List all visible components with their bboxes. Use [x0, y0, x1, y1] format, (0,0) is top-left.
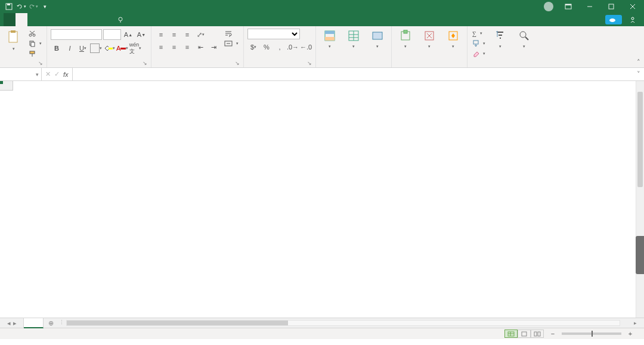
cancel-formula-icon[interactable]: ✕ [45, 70, 51, 78]
tab-view[interactable] [87, 13, 99, 26]
right-side-panel-tab[interactable] [636, 236, 644, 274]
font-color-button[interactable]: A▾ [116, 42, 128, 54]
hscroll-thumb[interactable] [67, 321, 288, 325]
enter-formula-icon[interactable]: ✓ [54, 70, 60, 78]
sheet-nav-buttons[interactable]: ◂▸ [0, 318, 24, 328]
wrap-text-button[interactable] [223, 29, 240, 38]
copy-button[interactable]: ▾ [27, 39, 43, 48]
tab-data[interactable] [63, 13, 75, 26]
formula-input[interactable] [73, 68, 633, 80]
tell-me-search[interactable] [111, 13, 132, 26]
ribbon-display-options-icon[interactable] [558, 0, 578, 13]
fill-color-button[interactable]: ▾ [103, 42, 115, 54]
align-center-icon[interactable]: ≡ [168, 41, 180, 53]
insert-cells-button[interactable]: ▾ [395, 29, 416, 49]
decrease-decimal-icon[interactable]: ←.0 [300, 41, 312, 53]
horizontal-scrollbar[interactable]: ⋮ ◂ ▸ [58, 318, 644, 328]
hscroll-right-icon[interactable]: ▸ [631, 319, 639, 328]
orientation-icon[interactable]: ⤢▾ [194, 29, 206, 41]
expand-formula-bar-icon[interactable]: ˅ [633, 68, 644, 80]
align-right-icon[interactable]: ≡ [181, 41, 193, 53]
tab-home[interactable] [16, 13, 27, 26]
tab-insert[interactable] [27, 13, 39, 26]
font-name-input[interactable] [51, 29, 102, 40]
cell-style-icon [371, 30, 383, 42]
undo-icon[interactable]: ▾ [16, 1, 26, 12]
align-left-icon[interactable]: ≡ [155, 41, 167, 53]
cut-button[interactable] [27, 29, 43, 38]
user-avatar[interactable] [544, 2, 553, 11]
select-all-triangle[interactable] [0, 81, 13, 91]
svg-rect-3 [565, 4, 571, 5]
zoom-in-button[interactable]: + [626, 330, 634, 337]
zoom-slider[interactable] [562, 332, 621, 335]
comma-format-icon[interactable]: , [274, 41, 286, 53]
merge-center-button[interactable]: ▾ [223, 39, 240, 48]
redo-icon[interactable]: ▾ [27, 1, 38, 12]
close-button[interactable] [623, 0, 643, 13]
cells-area[interactable] [13, 91, 636, 318]
autosum-button[interactable]: ∑▾ [471, 29, 487, 38]
increase-indent-icon[interactable]: ⇥ [208, 41, 219, 53]
tab-page-layout[interactable] [39, 13, 51, 26]
launcher-icon[interactable]: ↘ [143, 60, 147, 66]
decrease-indent-icon[interactable]: ⇤ [194, 41, 206, 53]
phonetic-button[interactable]: wén文▾ [129, 42, 141, 54]
add-sheet-button[interactable]: ⊕ [44, 318, 58, 328]
decrease-font-icon[interactable]: A▼ [135, 29, 147, 41]
fill-button[interactable]: ▾ [471, 39, 487, 48]
increase-decimal-icon[interactable]: .0→ [287, 41, 299, 53]
svg-rect-44 [522, 332, 527, 336]
launcher-icon[interactable]: ↘ [235, 60, 240, 66]
page-layout-view-icon[interactable] [518, 330, 531, 338]
font-size-input[interactable] [103, 29, 121, 40]
share-button[interactable] [626, 16, 642, 23]
italic-button[interactable]: I [64, 42, 76, 54]
format-cells-button[interactable]: ▾ [443, 29, 463, 49]
format-painter-button[interactable] [27, 49, 43, 58]
minimize-button[interactable] [580, 0, 600, 13]
sort-filter-button[interactable]: ▾ [490, 29, 510, 49]
page-break-view-icon[interactable] [531, 330, 544, 338]
save-icon[interactable] [4, 1, 14, 12]
status-bar: − + [0, 328, 644, 339]
fx-icon[interactable]: fx [63, 71, 69, 78]
border-button[interactable]: ▾ [90, 42, 102, 54]
align-top-icon[interactable]: ≡ [155, 29, 167, 41]
normal-view-icon[interactable] [504, 330, 518, 338]
qat-customize-icon[interactable]: ▾ [39, 1, 50, 12]
tab-formulas[interactable] [51, 13, 63, 26]
vertical-scrollbar[interactable] [636, 81, 644, 318]
increase-font-icon[interactable]: A▲ [122, 29, 134, 41]
bold-button[interactable]: B [51, 42, 63, 54]
cloud-upload-pill[interactable] [605, 15, 622, 24]
cell-styles-button[interactable]: ▾ [367, 29, 388, 49]
collapse-ribbon-icon[interactable]: ˄ [637, 58, 640, 66]
formula-bar: ▾ ✕ ✓ fx ˅ [0, 68, 644, 81]
name-box-dropdown-icon[interactable]: ▾ [34, 72, 39, 77]
align-bottom-icon[interactable]: ≡ [181, 29, 193, 41]
clear-button[interactable]: ▾ [471, 49, 487, 58]
maximize-button[interactable] [601, 0, 621, 13]
align-middle-icon[interactable]: ≡ [168, 29, 180, 41]
number-format-select[interactable] [247, 29, 300, 39]
paste-button[interactable]: ▾ [4, 29, 24, 51]
zoom-out-button[interactable]: − [549, 330, 557, 337]
sheet-tab-python[interactable] [24, 318, 44, 328]
launcher-icon[interactable]: ↘ [38, 60, 43, 66]
tab-review[interactable] [75, 13, 87, 26]
scrollbar-thumb[interactable] [637, 92, 643, 187]
underline-button[interactable]: U▾ [77, 42, 89, 54]
launcher-icon[interactable]: ↘ [307, 60, 312, 66]
find-select-button[interactable]: ▾ [514, 29, 534, 49]
svg-rect-45 [534, 332, 537, 336]
format-as-table-button[interactable]: ▾ [343, 29, 364, 49]
delete-cells-button[interactable]: ▾ [419, 29, 439, 49]
name-box-input[interactable] [2, 71, 34, 78]
percent-format-icon[interactable]: % [261, 41, 273, 53]
accounting-format-icon[interactable]: $▾ [247, 41, 259, 53]
conditional-formatting-button[interactable]: ▾ [320, 29, 340, 49]
name-box[interactable]: ▾ [0, 68, 42, 80]
tab-help[interactable] [99, 13, 111, 26]
tab-file[interactable] [4, 13, 16, 26]
